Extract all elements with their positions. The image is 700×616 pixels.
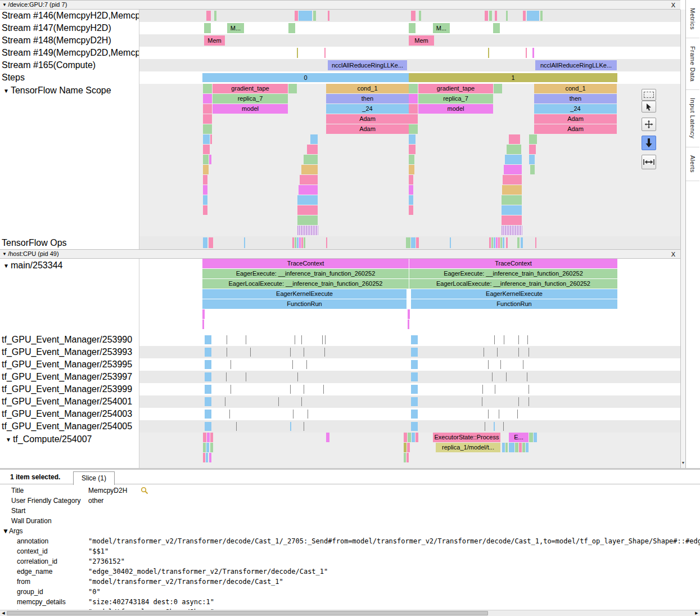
trace-slice[interactable] (416, 433, 418, 442)
trace-slice[interactable] (530, 165, 535, 174)
trace-slice[interactable] (419, 11, 421, 21)
trace-slice[interactable] (450, 237, 451, 248)
trace-slice[interactable] (519, 443, 522, 452)
slice-functionrun[interactable]: FunctionRun (411, 299, 617, 309)
trace-slice[interactable] (322, 335, 323, 344)
trace-slice[interactable] (214, 11, 216, 21)
slice-m-[interactable]: M... (227, 23, 244, 33)
trace-slice[interactable] (509, 134, 520, 144)
trace-slice[interactable] (416, 237, 419, 248)
trace-slice[interactable] (504, 165, 522, 174)
trace-slice[interactable] (409, 165, 414, 174)
trace-slice[interactable] (505, 443, 508, 452)
trace-slice[interactable] (313, 11, 316, 21)
trace-slice[interactable] (488, 360, 489, 369)
trace-slice[interactable] (299, 237, 301, 248)
trace-slice[interactable] (502, 215, 522, 225)
slice-then[interactable]: then (326, 94, 409, 104)
trace-slice[interactable] (290, 422, 291, 431)
trace-slice[interactable] (494, 335, 495, 344)
scroll-down-button[interactable]: ▼ (681, 459, 685, 467)
collapse-icon[interactable]: ▼ (2, 2, 8, 7)
close-button[interactable]: X (671, 250, 675, 259)
trace-slice[interactable] (206, 453, 208, 462)
trace-slice[interactable] (411, 397, 418, 406)
trace-slice[interactable] (411, 422, 418, 431)
trace-slice[interactable] (409, 84, 418, 93)
trace-slice[interactable] (292, 237, 294, 248)
trace-slice[interactable] (203, 433, 206, 442)
trace-slice[interactable] (306, 360, 307, 369)
trace-slice[interactable] (205, 348, 211, 357)
trace-slice[interactable] (493, 23, 500, 33)
trace-slice[interactable] (484, 348, 484, 357)
trace-slice[interactable] (503, 422, 504, 431)
trace-slice[interactable] (295, 11, 298, 21)
trace-slice[interactable] (246, 335, 246, 344)
trace-slice[interactable] (485, 11, 488, 21)
trace-slice[interactable] (494, 84, 502, 93)
vertical-scrollbar[interactable]: ▼ (680, 10, 685, 468)
trace-slice[interactable] (203, 134, 210, 144)
trace-slice[interactable] (203, 195, 207, 205)
trace-slice[interactable] (297, 215, 318, 225)
trace-slice[interactable] (529, 397, 529, 406)
trace-slice[interactable] (203, 94, 212, 104)
trace-slice[interactable] (409, 134, 416, 144)
trace-slice[interactable] (205, 410, 211, 419)
trace-slice[interactable] (210, 134, 212, 144)
trace-slice[interactable] (488, 48, 489, 58)
trace-slice[interactable] (509, 443, 514, 452)
trace-slice[interactable] (534, 433, 537, 442)
trace-slice[interactable] (409, 155, 414, 164)
trace-slice[interactable] (203, 84, 212, 93)
trace-slice[interactable] (299, 185, 318, 195)
slice-adam[interactable]: Adam (534, 114, 617, 124)
slice-mem[interactable]: Mem (409, 35, 434, 46)
trace-slice[interactable] (409, 114, 418, 124)
trace-slice[interactable] (203, 175, 207, 185)
trace-slice[interactable] (205, 397, 211, 406)
trace-slice[interactable] (411, 335, 418, 344)
pan-tool[interactable] (642, 118, 656, 131)
slice-eagerlocalexecute-inference-train-function-260252[interactable]: EagerLocalExecute: __inference_train_fun… (409, 279, 617, 289)
collapse-icon[interactable]: ▼ (3, 263, 9, 269)
trace-slice[interactable] (203, 104, 212, 114)
trace-slice[interactable] (529, 348, 529, 357)
trace-slice[interactable] (229, 410, 230, 419)
trace-slice[interactable] (503, 175, 522, 185)
trace-slice[interactable] (206, 11, 211, 21)
horizontal-scrollbar[interactable]: ◀ ▶ (0, 610, 700, 616)
slice-tracecontext[interactable]: TraceContext (202, 259, 409, 268)
trace-slice[interactable] (295, 237, 296, 248)
trace-slice[interactable] (492, 372, 493, 381)
trace-slice[interactable] (489, 237, 491, 248)
trace-slice[interactable] (203, 114, 212, 124)
slice-then[interactable]: then (534, 94, 617, 104)
trace-slice[interactable] (300, 175, 318, 185)
trace-slice[interactable] (288, 23, 295, 33)
trace-slice[interactable] (409, 185, 413, 195)
trace-slice[interactable] (290, 385, 291, 394)
track-label[interactable]: ▼TensorFlow Name Scope (0, 84, 139, 236)
trace-slice[interactable] (290, 348, 291, 357)
collapse-icon[interactable]: ▼ (3, 88, 9, 94)
slice-model[interactable]: model (213, 104, 288, 114)
side-tab-alerts[interactable]: Alerts (686, 147, 699, 181)
trace-slice[interactable] (404, 433, 407, 442)
trace-slice[interactable] (323, 385, 324, 394)
trace-slice[interactable] (411, 237, 416, 248)
trace-slice[interactable] (205, 372, 211, 381)
magnifier-icon[interactable] (141, 487, 148, 496)
trace-slice[interactable] (203, 155, 209, 164)
trace-slice[interactable] (408, 309, 410, 319)
trace-slice[interactable] (297, 237, 299, 248)
trace-slice[interactable] (496, 237, 498, 248)
side-tab-input-latency[interactable]: Input Latency (686, 90, 699, 147)
trace-slice[interactable] (409, 195, 413, 205)
trace-slice[interactable] (326, 433, 329, 442)
slice-eagerlocalexecute-inference-train-function-260252[interactable]: EagerLocalExecute: __inference_train_fun… (202, 279, 409, 289)
trace-slice[interactable] (225, 397, 225, 406)
trace-slice[interactable] (518, 397, 519, 406)
collapse-icon[interactable]: ▼ (2, 251, 8, 257)
